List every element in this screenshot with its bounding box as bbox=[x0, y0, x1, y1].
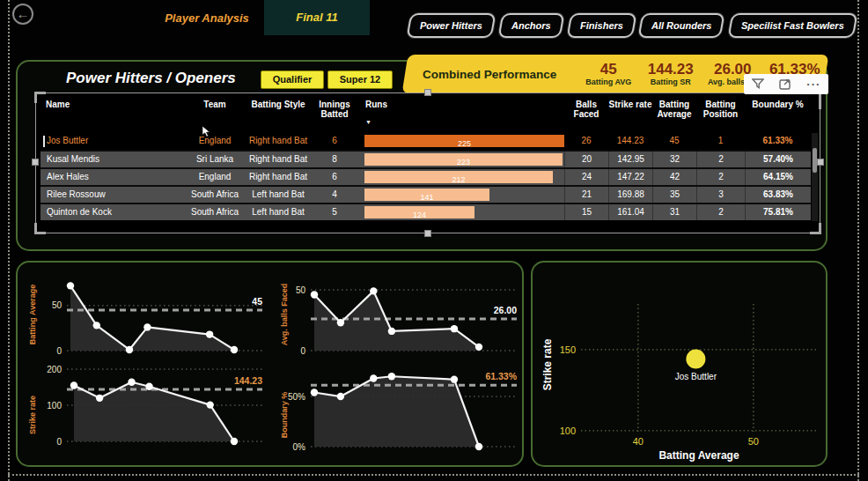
runs-bar: 141 bbox=[364, 189, 489, 201]
more-options-icon[interactable]: ··· bbox=[806, 80, 820, 89]
selection-corner[interactable] bbox=[34, 92, 46, 103]
table-row[interactable]: Rilee RossouwSouth AfricaLeft hand Bat41… bbox=[40, 185, 811, 203]
column-header-innings[interactable]: Innings Batted bbox=[311, 95, 358, 132]
focus-mode-icon[interactable] bbox=[779, 78, 791, 90]
category-button-label: Finishers bbox=[580, 20, 623, 31]
svg-text:Batting Average: Batting Average bbox=[658, 449, 739, 462]
canvas-edge-guide-bottom bbox=[8, 474, 859, 476]
svg-text:Strike rate: Strike rate bbox=[541, 338, 554, 390]
resize-handle-top[interactable] bbox=[424, 89, 431, 96]
tab-player-analysis[interactable]: Player Analysis bbox=[148, 11, 266, 25]
table-row[interactable]: Jos ButtlerEnglandRight hand Bat62252614… bbox=[40, 132, 811, 150]
svg-text:0: 0 bbox=[56, 437, 62, 447]
cell-sr: 169.88 bbox=[608, 187, 652, 203]
cell-team: South Africa bbox=[184, 204, 246, 220]
mouse-cursor bbox=[201, 125, 214, 138]
resize-handle-right[interactable] bbox=[817, 159, 824, 166]
banner-title: Combined Performance bbox=[405, 68, 577, 81]
table-row[interactable]: Alex HalesEnglandRight hand Bat621224147… bbox=[40, 167, 811, 185]
runs-bar-value: 225 bbox=[364, 136, 564, 147]
runs-bar-cell: 223 bbox=[358, 153, 564, 166]
cell-boundary: 63.83% bbox=[745, 187, 811, 203]
svg-text:0%: 0% bbox=[293, 442, 306, 452]
cell-balls: 20 bbox=[564, 152, 608, 167]
table-row[interactable]: Kusal MendisSri LankaRight hand Bat82232… bbox=[40, 150, 811, 167]
resize-handle-left[interactable] bbox=[32, 159, 39, 166]
player-table-visual[interactable]: NameTeamBatting StyleInnings BattedRuns▼… bbox=[35, 92, 820, 233]
column-header-style[interactable]: Batting Style bbox=[246, 95, 311, 132]
column-header-label: Team bbox=[203, 100, 225, 109]
selection-corner[interactable] bbox=[34, 223, 46, 234]
boundary-pct-trend-chart: Boundary %50%0%61.33% bbox=[276, 362, 524, 467]
table-body: Jos ButtlerEnglandRight hand Bat62252614… bbox=[40, 132, 811, 220]
cell-team: South Africa bbox=[184, 187, 246, 203]
column-header-avg[interactable]: Batting Average bbox=[652, 95, 696, 132]
cell-balls: 24 bbox=[564, 169, 608, 185]
cell-avg: 35 bbox=[652, 187, 696, 203]
avg-balls-faced-trend-chart: Avg. balls Faced50026.00 bbox=[276, 263, 524, 362]
cell-innings: 5 bbox=[311, 204, 358, 220]
super-12-button[interactable]: Super 12 bbox=[327, 70, 393, 89]
strike-rate-vs-batting-average-scatter: Strike rate1501004050Jos ButtlerBatting … bbox=[537, 264, 820, 465]
dashboard-canvas: ← Player Analysis Final 11 Power Hitters… bbox=[0, 0, 868, 481]
category-button-label: Power Hitters bbox=[420, 20, 482, 31]
column-header-sr[interactable]: Strike rate bbox=[608, 95, 652, 132]
table-scrollbar-track[interactable] bbox=[812, 133, 818, 221]
cell-boundary: 64.15% bbox=[745, 169, 811, 185]
svg-text:Avg. balls Faced: Avg. balls Faced bbox=[280, 284, 289, 346]
cell-balls: 21 bbox=[564, 187, 608, 203]
cell-innings: 6 bbox=[311, 169, 358, 185]
runs-bar: 124 bbox=[364, 206, 474, 218]
column-header-name[interactable]: Name bbox=[40, 95, 184, 132]
svg-text:45: 45 bbox=[252, 296, 262, 307]
column-header-label: Runs bbox=[365, 100, 387, 109]
svg-text:0: 0 bbox=[300, 346, 305, 356]
column-header-balls[interactable]: Balls Faced bbox=[564, 95, 608, 132]
cell-name: Rilee Rossouw bbox=[40, 187, 184, 203]
cell-boundary: 75.81% bbox=[745, 204, 811, 220]
back-button[interactable]: ← bbox=[12, 4, 33, 25]
runs-bar: 225 bbox=[364, 135, 564, 147]
selection-corner[interactable] bbox=[810, 92, 821, 109]
cell-innings: 6 bbox=[311, 133, 358, 149]
kpi-value: 144.23 bbox=[640, 62, 702, 78]
column-header-label: Balls Faced bbox=[574, 100, 600, 119]
category-button-label: Specilist Fast Bowlers bbox=[741, 20, 844, 31]
cell-avg: 32 bbox=[652, 152, 696, 167]
category-button-finishers[interactable]: Finishers bbox=[566, 13, 636, 38]
cell-style: Left hand Bat bbox=[246, 204, 311, 220]
cell-avg: 42 bbox=[652, 169, 696, 185]
sort-descending-icon[interactable]: ▼ bbox=[365, 117, 564, 127]
cell-sr: 142.95 bbox=[608, 152, 652, 167]
cell-team: Sri Lanka bbox=[184, 152, 246, 167]
visual-hover-toolbar: ··· bbox=[744, 74, 828, 94]
category-button-power-hitters[interactable]: Power Hitters bbox=[407, 13, 497, 38]
column-header-pos[interactable]: Batting Position bbox=[696, 95, 745, 132]
category-button-all-rounders[interactable]: All Rounders bbox=[638, 13, 725, 38]
svg-text:Jos Buttler: Jos Buttler bbox=[675, 372, 717, 381]
cell-sr: 144.23 bbox=[608, 133, 652, 149]
resize-handle-bottom[interactable] bbox=[424, 230, 431, 237]
table-header-row: NameTeamBatting StyleInnings BattedRuns▼… bbox=[40, 95, 811, 132]
tab-final-11[interactable]: Final 11 bbox=[264, 0, 370, 35]
cell-style: Right hand Bat bbox=[246, 169, 311, 185]
cell-team: England bbox=[184, 133, 246, 149]
runs-bar-value: 223 bbox=[364, 154, 563, 166]
selection-corner[interactable] bbox=[810, 223, 821, 234]
table-row[interactable]: Quinton de KockSouth AfricaLeft hand Bat… bbox=[40, 203, 811, 220]
column-header-runs[interactable]: Runs▼ bbox=[358, 95, 564, 132]
column-header-boundary[interactable]: Boundary % bbox=[745, 95, 811, 132]
column-header-label: Strike rate bbox=[609, 100, 652, 109]
column-header-team[interactable]: Team bbox=[184, 95, 246, 132]
category-button-anchors[interactable]: Anchors bbox=[497, 13, 564, 38]
category-button-label: Anchors bbox=[511, 20, 551, 31]
svg-text:100: 100 bbox=[47, 401, 62, 411]
kpi-metric: 45Batting AVG bbox=[577, 62, 640, 87]
strike-rate-trend-chart: Strike rate2001000144.23 bbox=[25, 362, 271, 467]
qualifier-button[interactable]: Qualifier bbox=[261, 70, 324, 89]
svg-text:150: 150 bbox=[560, 344, 576, 355]
filter-icon[interactable] bbox=[752, 78, 764, 90]
arrow-left-icon: ← bbox=[17, 6, 30, 21]
category-button-specilist-fast-bowlers[interactable]: Specilist Fast Bowlers bbox=[727, 13, 857, 38]
column-header-label: Batting Average bbox=[657, 100, 691, 119]
